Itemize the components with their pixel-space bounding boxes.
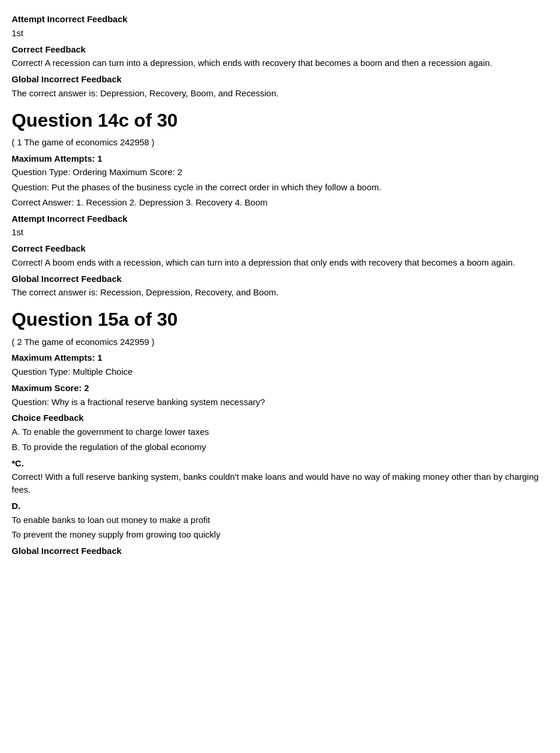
question-15a: Question 15a of 30 ( 2 The game of econo… (12, 306, 548, 557)
q14c-1st: 1st (12, 226, 548, 239)
q15a-choice-b: B. To provide the regulation of the glob… (12, 441, 548, 454)
q14c-correct-answer: Correct Answer: 1. Recession 2. Depressi… (12, 196, 548, 209)
q15a-meta-0: ( 2 The game of economics 242959 ) (12, 336, 548, 348)
correct-feedback-label-top: Correct Feedback (12, 43, 548, 56)
q15a-type: Question Type: Multiple Choice (12, 365, 548, 378)
q14c-global-incorrect-label: Global Incorrect Feedback (12, 273, 548, 285)
question-15a-title: Question 15a of 30 (12, 306, 548, 333)
attempt-1st-top: 1st (12, 27, 548, 40)
q14c-meta-0: ( 1 The game of economics 242958 ) (12, 136, 548, 149)
question-14c-title: Question 14c of 30 (12, 107, 548, 134)
q14c-global-incorrect-text: The correct answer is: Recession, Depres… (12, 286, 548, 299)
q15a-choice-feedback-label: Choice Feedback (12, 412, 548, 424)
q14c-max-attempts: Maximum Attempts: 1 (12, 152, 548, 165)
correct-feedback-text-top: Correct! A recession can turn into a dep… (12, 57, 548, 69)
global-incorrect-label-top: Global Incorrect Feedback (12, 73, 548, 86)
q15a-choice-a: A. To enable the government to charge lo… (12, 426, 548, 438)
q15a-max-attempts: Maximum Attempts: 1 (12, 351, 548, 364)
q15a-question: Question: Why is a fractional reserve ba… (12, 396, 548, 409)
q15a-max-score: Maximum Score: 2 (12, 382, 548, 395)
q15a-choice-c-text: Correct! With a full reserve banking sys… (12, 470, 548, 496)
q15a-choice-d-text2: To prevent the money supply from growing… (12, 528, 548, 541)
q15a-choice-d-label: D. (12, 500, 548, 513)
page-content: Attempt Incorrect Feedback 1st Correct F… (12, 13, 548, 557)
q15a-global-incorrect-footer: Global Incorrect Feedback (12, 545, 548, 557)
q14c-correct-feedback-text: Correct! A boom ends with a recession, w… (12, 256, 548, 269)
q15a-choice-d-text1: To enable banks to loan out money to mak… (12, 514, 548, 527)
q14c-type-score: Question Type: Ordering Maximum Score: 2 (12, 166, 548, 179)
q15a-choice-c-star: *C. (12, 457, 548, 470)
question-14c: Question 14c of 30 ( 1 The game of econo… (12, 107, 548, 299)
q14c-question: Question: Put the phases of the business… (12, 181, 548, 194)
attempt-incorrect-feedback-label-top: Attempt Incorrect Feedback (12, 13, 548, 26)
q14c-attempt-incorrect-label: Attempt Incorrect Feedback (12, 212, 548, 225)
global-incorrect-text-top: The correct answer is: Depression, Recov… (12, 87, 548, 100)
q14c-correct-feedback-label: Correct Feedback (12, 242, 548, 255)
top-feedback-block: Attempt Incorrect Feedback 1st Correct F… (12, 13, 548, 100)
